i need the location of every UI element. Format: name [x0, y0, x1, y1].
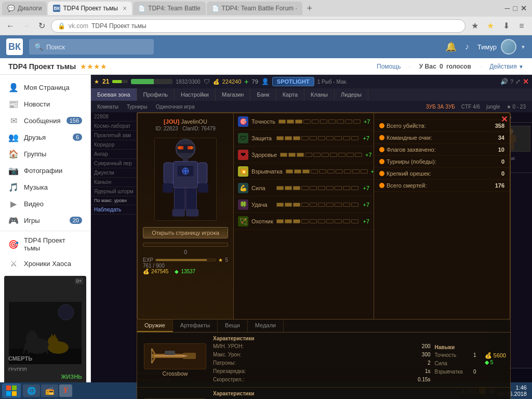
sidebar-item-friends[interactable]: 👥 Друзья 6 — [0, 129, 90, 145]
menu-icon[interactable]: ≡ — [515, 20, 528, 32]
refresh-button[interactable]: ↻ — [35, 20, 48, 32]
sidebar-item-photos[interactable]: 📷 Фотографии — [0, 162, 90, 179]
sidebar-item-mypage[interactable]: 👤 Моя Страница — [0, 79, 90, 96]
room-item[interactable]: Ангар — [91, 150, 137, 159]
help-icon[interactable]: ? — [510, 78, 513, 85]
sidebar-item-video[interactable]: ▶ Видео — [0, 195, 90, 212]
stat-line: Макс. Урон: 300 — [213, 351, 431, 359]
pip — [335, 186, 342, 190]
sidebar-item-messages[interactable]: ✉ Сообщения 156 — [0, 112, 90, 129]
tab-team[interactable]: 📄 TDP4: Team Battle — [133, 2, 206, 15]
subnav-tournaments[interactable]: Турниры — [123, 101, 152, 112]
address-bar[interactable]: 🔒 vk.com TDP4 Проект тьмы — [51, 19, 466, 33]
room-item[interactable]: Проклятый зам — [91, 131, 137, 140]
accuracy-bar — [278, 119, 361, 124]
taskbar-item-y[interactable]: Y — [59, 384, 72, 397]
vk-logo[interactable]: ВК — [6, 38, 23, 55]
game-close-btn[interactable]: ✕ — [523, 77, 529, 86]
accuracy-icon: 🎯 — [238, 116, 248, 127]
weapons-tab-items[interactable]: Вещи — [218, 320, 248, 332]
notification-bell-icon[interactable]: 🔔 — [445, 41, 457, 52]
gold-coin-icon: 💰 — [143, 269, 149, 274]
nav-clans[interactable]: Кланы — [304, 88, 335, 101]
pip — [319, 169, 326, 174]
pip — [301, 186, 309, 190]
player-gold-row: 💰 247545 ◆ 13537 — [143, 269, 228, 274]
player-stats-panel: 🎯 Точность — [234, 113, 374, 319]
subnav-rooms[interactable]: Комнаты — [93, 101, 123, 112]
room-item[interactable]: Сумрачный пер — [91, 159, 137, 168]
tab-forum[interactable]: 📄 TDP4: Team Battle Forum · — [207, 2, 302, 15]
sidebar-item-groups[interactable]: 🏠 Группы — [0, 145, 90, 162]
sidebar-item-games[interactable]: 🎮 Игры 20 — [0, 212, 90, 229]
weapons-tabs: Оружие Артефакты Вещи Медали — [137, 320, 510, 332]
back-button[interactable]: ← — [4, 20, 17, 32]
weapons-tab-artifacts[interactable]: Артефакты — [173, 320, 218, 332]
sidebar-item-chaos[interactable]: ⚔ Хроники Хаоса — [0, 255, 90, 272]
tab-tdp4-close[interactable]: × — [123, 4, 127, 12]
mypage-icon: 👤 — [8, 82, 19, 92]
room-item[interactable]: По макс. уровн — [91, 196, 137, 205]
nav-combat[interactable]: Боевая зона — [91, 88, 137, 101]
user-menu[interactable]: Тимур ▼ — [477, 39, 526, 55]
tab-dialogi[interactable]: 💬 Диалоги — [2, 2, 47, 15]
taskbar-item-radio[interactable]: 📻 — [41, 384, 58, 397]
plus-icon[interactable]: + — [244, 77, 248, 86]
pip — [326, 219, 334, 223]
forward-button[interactable]: → — [20, 20, 32, 32]
deaths-value: 176 — [495, 182, 504, 189]
nav-shop[interactable]: Магазин — [216, 88, 250, 101]
actions-chevron-icon: ▼ — [518, 64, 524, 70]
sound-icon[interactable]: 🔊 — [500, 78, 508, 85]
photos-label: Фотографии — [24, 167, 62, 175]
start-button[interactable] — [2, 383, 21, 398]
player-card: ✕ [JOU] JavelinOU ID: 22823 ClanID: 7647… — [137, 112, 511, 320]
taskbar-item-browser[interactable]: 🌐 — [23, 384, 40, 397]
room-item[interactable]: Ядерный шторм — [91, 187, 137, 196]
expand-icon[interactable]: ⤢ — [515, 78, 521, 85]
tab-tdp4[interactable]: ВК TDP4 Проект тьмы × — [48, 2, 132, 15]
actions-dropdown[interactable]: Действия ▼ — [489, 63, 524, 70]
sidebar-item-tdp4[interactable]: 🎯 TDP4 Проект тьмы — [0, 233, 90, 255]
browser-close[interactable]: ✕ — [521, 4, 527, 12]
hunter-bar — [276, 219, 358, 223]
pip — [293, 136, 300, 140]
bookmark-icon[interactable]: ★ — [469, 20, 481, 32]
sidebar-item-music[interactable]: 🎵 Музыка — [0, 179, 90, 195]
nav-settings[interactable]: Настройки — [175, 88, 216, 101]
green-gem-icon: ◆ — [485, 359, 489, 366]
nav-profile[interactable]: Профиль — [137, 88, 175, 101]
vk-search-bar[interactable]: 🔍 Поиск — [29, 39, 154, 55]
player-card-close[interactable]: ✕ — [499, 114, 509, 124]
room-item[interactable]: Джунгли — [91, 168, 137, 178]
star-icon[interactable]: ★ — [484, 20, 497, 32]
download-icon[interactable]: ⬇ — [500, 20, 512, 32]
weapons-tab-weapons[interactable]: Оружие — [137, 320, 173, 332]
help-link[interactable]: Помощь — [377, 63, 401, 70]
room-item[interactable]: 22808 — [91, 112, 137, 122]
room-item[interactable]: Каньон — [91, 178, 137, 187]
new-tab-button[interactable]: + — [303, 2, 316, 15]
subnav-single[interactable]: Одиночная игра — [152, 101, 199, 112]
pip — [312, 119, 319, 124]
browser-minimize[interactable]: ─ — [505, 4, 510, 12]
browser-maximize[interactable]: □ — [513, 4, 517, 12]
nav-leaders[interactable]: Лидеры — [335, 88, 368, 101]
music-icon[interactable]: ♪ — [465, 42, 469, 51]
robot-svg — [155, 138, 216, 220]
games-icon: 🎮 — [8, 215, 19, 225]
nav-map[interactable]: Карта — [276, 88, 304, 101]
sidebar-item-news[interactable]: 📰 Новости — [0, 96, 90, 112]
player-left-panel: [JOU] JavelinOU ID: 22823 ClanID: 76479 — [138, 113, 234, 319]
room-item[interactable]: Коридор — [91, 140, 137, 150]
observe-btn[interactable]: Наблюдать — [91, 205, 137, 215]
luck-label: Удача — [251, 202, 273, 208]
kills-icon — [379, 123, 384, 128]
luck-icon: 🍀 — [238, 200, 248, 210]
nav-bank[interactable]: Банк — [250, 88, 276, 101]
pip — [343, 136, 350, 140]
open-page-button[interactable]: Открыть страницу игрока — [143, 227, 228, 238]
room-item[interactable]: Космо-лаборат — [91, 122, 137, 131]
pip — [285, 219, 292, 223]
weapons-tab-medals[interactable]: Медали — [248, 320, 284, 332]
